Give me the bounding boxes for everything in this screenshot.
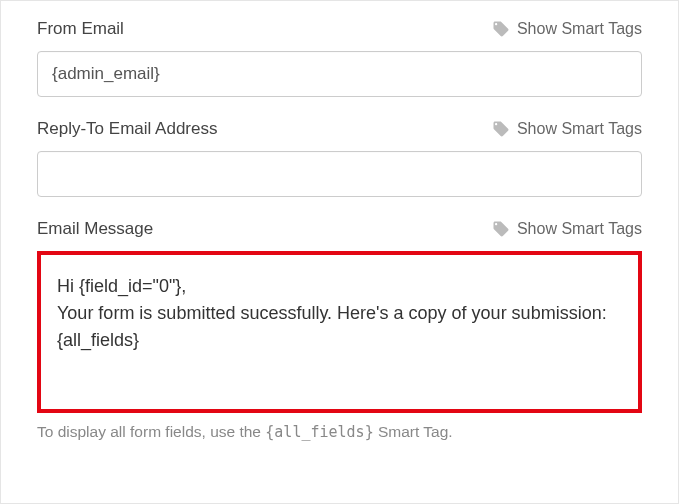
from-email-smart-tags-button[interactable]: Show Smart Tags (492, 20, 642, 38)
from-email-label: From Email (37, 19, 124, 39)
smart-tags-label: Show Smart Tags (517, 20, 642, 38)
email-message-editor[interactable]: Hi {field_id="0"},Your form is submitted… (37, 251, 642, 413)
email-message-smart-tags-button[interactable]: Show Smart Tags (492, 220, 642, 238)
reply-to-smart-tags-button[interactable]: Show Smart Tags (492, 120, 642, 138)
helper-text: To display all form fields, use the {all… (37, 423, 642, 441)
smart-tags-label: Show Smart Tags (517, 220, 642, 238)
reply-to-label: Reply-To Email Address (37, 119, 217, 139)
tag-icon (492, 220, 510, 238)
reply-to-field: Reply-To Email Address Show Smart Tags (37, 119, 642, 197)
from-email-input[interactable] (37, 51, 642, 97)
email-message-field: Email Message Show Smart Tags Hi {field_… (37, 219, 642, 441)
reply-to-input[interactable] (37, 151, 642, 197)
from-email-field: From Email Show Smart Tags (37, 19, 642, 97)
smart-tags-label: Show Smart Tags (517, 120, 642, 138)
tag-icon (492, 20, 510, 38)
tag-icon (492, 120, 510, 138)
email-message-label: Email Message (37, 219, 153, 239)
